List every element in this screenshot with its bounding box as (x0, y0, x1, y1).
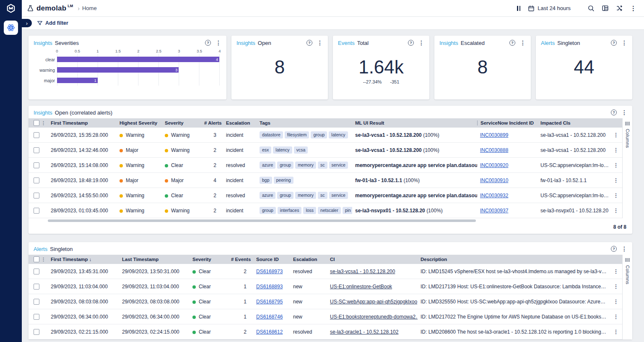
add-filter-button[interactable]: Add filter (37, 20, 68, 26)
column-header-servicenow-incident-id[interactable]: ServiceNow Incident ID (477, 120, 538, 125)
sidebar-expand-button[interactable]: › (22, 19, 32, 27)
severity-cell: Clear (190, 284, 228, 290)
column-header-description[interactable]: Description (418, 257, 610, 262)
stat-card: InsightsEscalated ? ⋮ 8 (434, 36, 531, 99)
row-menu-icon[interactable]: ⋮ (613, 298, 619, 305)
row-menu-icon[interactable]: ⋮ (613, 313, 619, 320)
row-menu-icon[interactable]: ⋮ (613, 283, 619, 290)
column-header-severity[interactable]: Severity (162, 120, 201, 125)
bar[interactable]: 4 (57, 57, 219, 62)
table-row[interactable]: 29/09/2023, 08:03:08.000 29/09/2023, 08:… (29, 294, 622, 309)
column-header-alerts[interactable]: # Alerts (201, 120, 223, 125)
row-menu-icon[interactable]: ⋮ (613, 329, 619, 335)
brand[interactable]: demolabLM (27, 4, 74, 13)
horizontal-scrollbar-thumb[interactable] (48, 219, 476, 222)
table-row[interactable]: 29/09/2023, 11:03:04.000 29/09/2023, 11:… (29, 279, 622, 294)
overflow-menu-icon[interactable]: ⋮ (630, 5, 636, 11)
table-row[interactable]: 28/09/2023, 01:03:45.000 Warning Warning… (29, 203, 622, 218)
column-header-events[interactable]: # Events (228, 257, 253, 262)
select-all-checkbox[interactable] (34, 120, 39, 126)
row-menu-icon[interactable]: ⋮ (613, 132, 619, 138)
breadcrumb-home[interactable]: Home (82, 5, 97, 11)
row-checkbox[interactable] (34, 269, 39, 274)
source-id-cell: DS6168612 (253, 329, 290, 335)
column-header-first-timestamp[interactable]: First Timestamp (48, 120, 117, 125)
row-menu-icon[interactable]: ⋮ (613, 177, 619, 183)
ci-link[interactable]: US-E1:bookstoreneptunedb-domowa2… (330, 314, 418, 320)
bar[interactable]: 1 (57, 78, 98, 83)
column-header-first-timestamp[interactable]: First Timestamp↓ (48, 257, 119, 262)
servicenow-incident-link[interactable]: INC0030910 (480, 178, 508, 183)
source-id-link[interactable]: DS6168973 (256, 269, 283, 274)
row-menu-icon[interactable]: ⋮ (613, 147, 619, 153)
header-kebab-icon[interactable]: ⋮ (41, 257, 46, 262)
table-row[interactable]: 26/09/2023, 15:14:08.000 Warning Clear 2… (29, 158, 622, 173)
ci-link[interactable]: se-la3-oracle1 - 10.52.128.102 (330, 329, 398, 335)
help-icon[interactable]: ? (611, 246, 617, 252)
search-icon[interactable] (587, 5, 595, 12)
sidebar-item-edwin-ai[interactable] (4, 21, 18, 35)
row-checkbox[interactable] (34, 208, 39, 214)
help-icon[interactable]: ? (611, 110, 617, 115)
layout-panels-icon[interactable] (602, 5, 609, 12)
incident-cell: INC0030888 (477, 147, 538, 153)
row-checkbox[interactable] (34, 193, 39, 198)
row-menu-icon[interactable]: ⋮ (613, 162, 619, 168)
row-checkbox[interactable] (34, 329, 39, 335)
source-id-link[interactable]: DS6168795 (256, 299, 283, 305)
card-menu-icon[interactable]: ⋮ (621, 109, 627, 116)
ci-link[interactable]: se-la3-vcsa1 - 10.52.128.200 (330, 269, 395, 274)
row-checkbox[interactable] (34, 132, 39, 138)
column-header-ml-ui-result[interactable]: ML UI Result (352, 120, 477, 125)
column-header-severity[interactable]: Severity (190, 257, 228, 262)
row-checkbox[interactable] (34, 147, 39, 153)
highest-severity-label: Warning (126, 132, 144, 138)
table-row[interactable]: 29/09/2023, 06:34:00.000 29/09/2023, 06:… (29, 309, 622, 324)
servicenow-incident-link[interactable]: INC0030932 (480, 193, 508, 198)
source-id-link[interactable]: DS6168893 (256, 284, 283, 290)
column-header-tags[interactable]: Tags (257, 120, 352, 125)
table-row[interactable]: 26/09/2023, 15:35:28.000 Warning Warning… (29, 128, 622, 143)
source-id-link[interactable]: DS6168746 (256, 314, 283, 320)
column-header-impacted-cis[interactable]: Impacted CIs (538, 120, 610, 125)
row-checkbox[interactable] (34, 162, 39, 168)
servicenow-incident-link[interactable]: INC0030937 (480, 208, 508, 214)
row-checkbox[interactable] (34, 299, 39, 305)
workflow-icon[interactable] (616, 5, 623, 12)
column-header-escalation[interactable]: Escalation (290, 257, 327, 262)
time-range-button[interactable]: Last 24 hours (528, 5, 571, 12)
columns-panel-toggle[interactable]: Columns (622, 255, 632, 339)
ci-link[interactable]: US-E1:onlinestore-GetBook (330, 284, 392, 290)
column-header-escalation[interactable]: Escalation (223, 120, 257, 125)
pause-icon[interactable] (517, 6, 520, 11)
source-id-link[interactable]: DS6168612 (256, 329, 283, 335)
column-header-source-id[interactable]: Source ID (253, 257, 290, 262)
row-menu-icon[interactable]: ⋮ (613, 207, 619, 214)
row-checkbox[interactable] (34, 178, 39, 183)
logicmonitor-logo[interactable] (0, 0, 22, 17)
servicenow-incident-link[interactable]: INC0030920 (480, 162, 508, 168)
select-all-checkbox[interactable] (34, 256, 39, 262)
servicenow-incident-link[interactable]: INC0030888 (480, 147, 508, 153)
row-menu-icon[interactable]: ⋮ (613, 268, 619, 274)
column-header-last-timestamp[interactable]: Last Timestamp (119, 257, 190, 262)
servicenow-incident-link[interactable]: INC0030899 (480, 132, 508, 138)
header-kebab-icon[interactable]: ⋮ (41, 120, 46, 126)
table-row[interactable]: 26/09/2023, 14:32:46.000 Major Warning 2… (29, 143, 622, 158)
table-row[interactable]: 29/09/2023, 02:21:15.000 29/09/2023, 02:… (29, 324, 622, 339)
card-menu-icon[interactable]: ⋮ (621, 245, 627, 252)
columns-panel-toggle[interactable]: Columns (622, 118, 632, 218)
column-header-highest-severity[interactable]: Highest Severity (117, 120, 162, 125)
row-checkbox[interactable] (34, 284, 39, 290)
help-icon[interactable]: ? (205, 40, 211, 46)
bar[interactable]: 3 (57, 67, 179, 73)
table-row[interactable]: 26/09/2023, 18:48:19.000 Major Major 4 i… (29, 173, 622, 188)
bar-value-label: 1 (94, 78, 98, 83)
table-row[interactable]: 29/09/2023, 13:45:31.000 29/09/2023, 13:… (29, 264, 622, 279)
column-header-ci[interactable]: CI (327, 257, 418, 262)
row-menu-icon[interactable]: ⋮ (613, 192, 619, 198)
table-row[interactable]: 26/09/2023, 14:55:50.000 Warning Clear 2… (29, 188, 622, 203)
ci-link[interactable]: US-SC:webApp:app-api-qh5zjgpgklxoo (330, 299, 417, 305)
row-checkbox[interactable] (34, 314, 39, 320)
card-menu-icon[interactable]: ⋮ (216, 39, 221, 46)
